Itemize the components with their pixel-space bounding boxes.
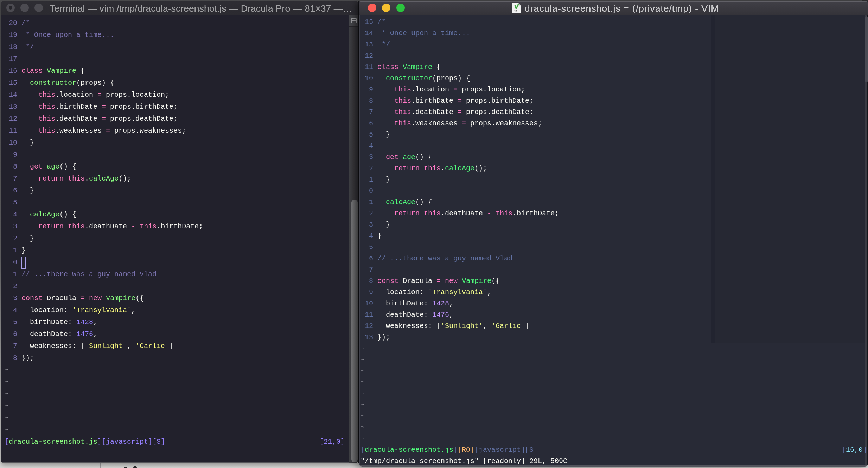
svg-text:JS: JS xyxy=(514,10,518,13)
